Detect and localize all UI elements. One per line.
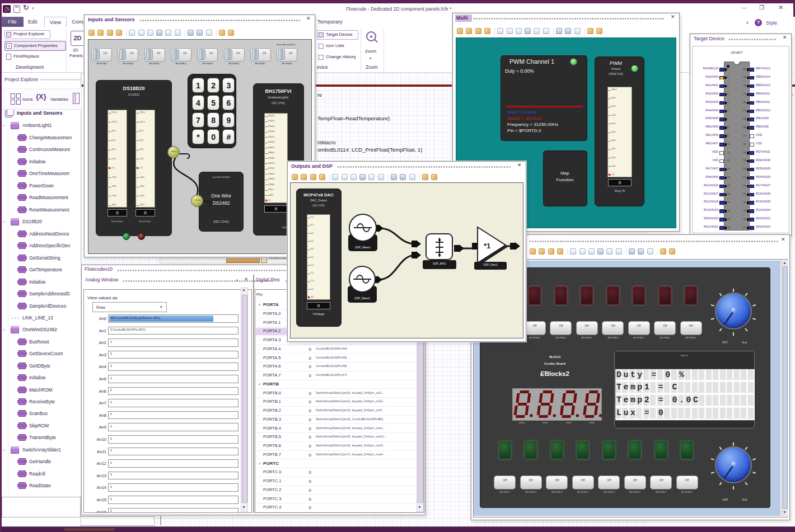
svg-text:*1: *1 — [484, 242, 490, 250]
